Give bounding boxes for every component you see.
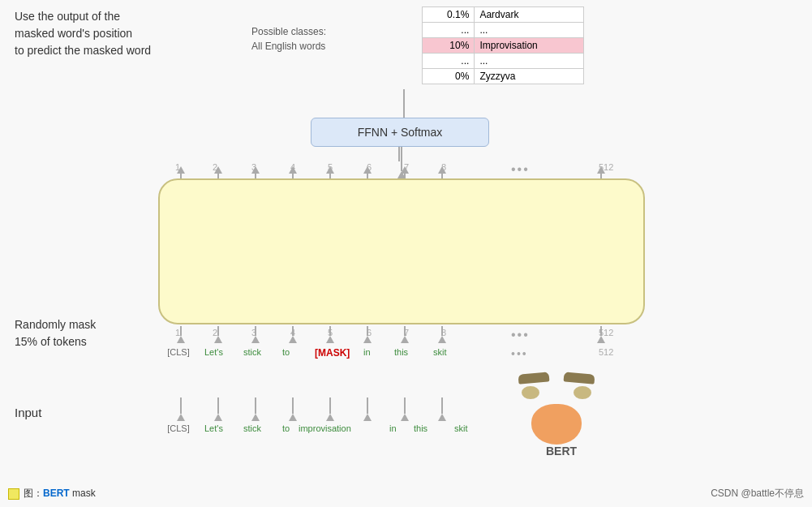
masked-token-to: to — [282, 347, 290, 357]
input-token-skit: skit — [454, 423, 468, 433]
masked-token-stick: stick — [243, 347, 261, 357]
bert-text-label: BERT — [546, 445, 577, 458]
masked-token-lets: Let's — [204, 347, 223, 357]
input-token-lets: Let's — [204, 423, 223, 433]
footer-label: 图：BERT mask — [24, 487, 96, 501]
diagram-container: Use the output of the masked word's posi… — [0, 0, 812, 507]
input-token-stick: stick — [243, 423, 261, 433]
masked-token-512: 512 — [599, 347, 613, 357]
arrow-col-7-below — [401, 326, 409, 343]
num-below-dots: ••• — [511, 328, 530, 342]
arrow-col-8-below — [438, 326, 446, 343]
footer: 图：BERT mask — [8, 487, 96, 501]
masked-token-in: in — [363, 347, 371, 357]
masked-token-dots: ••• — [511, 347, 528, 360]
input-token-cls: [CLS] — [165, 423, 191, 433]
input-arrow-5 — [326, 397, 334, 421]
footer-right: CSDN @battle不停息 — [711, 487, 804, 501]
arrow-col-6-below — [363, 326, 372, 343]
ffnn-box: FFNN + Softmax — [311, 118, 489, 147]
input-arrow-2 — [214, 397, 222, 421]
output-row-3: ... ... — [423, 54, 584, 69]
output-row-0: 0.1% Aardvark — [423, 7, 584, 23]
input-arrow-7 — [401, 397, 409, 421]
annotation-top: Use the output of the masked word's posi… — [15, 8, 169, 59]
output-row-4: 0% Zyzzyva — [423, 69, 584, 84]
masked-token-skit: skit — [433, 347, 447, 357]
masked-token-this: this — [394, 347, 408, 357]
input-arrow-3 — [251, 397, 260, 421]
output-row-1: ... ... — [423, 23, 584, 38]
arrow-col-4-below — [289, 326, 297, 343]
arrow-col-1-below — [177, 326, 185, 343]
input-arrow-4 — [289, 397, 297, 421]
input-token-to: to — [282, 423, 290, 433]
output-row-highlighted: 10% Improvisation — [423, 38, 584, 54]
arrow-col-5-below — [326, 326, 334, 343]
input-arrow-6 — [363, 397, 372, 421]
input-token-this: this — [414, 423, 427, 433]
bert-face: BERT — [509, 367, 606, 472]
num-above-dots: ••• — [511, 162, 530, 177]
arrow-col-2-below — [214, 326, 222, 343]
eye-right — [574, 386, 591, 399]
input-token-improvisation: improvisation — [299, 423, 351, 433]
footer-icon — [8, 488, 19, 500]
input-arrow-8 — [438, 397, 446, 421]
eyebrow-right — [564, 372, 595, 384]
output-table: 0.1% Aardvark ... ... 10% Improvisation … — [422, 6, 600, 84]
eyebrow-left — [518, 372, 550, 384]
masked-token-cls: [CLS] — [165, 347, 191, 357]
arrow-col-512-below — [597, 326, 605, 343]
bert-block: BERT — [158, 178, 645, 324]
input-arrow-1 — [177, 397, 185, 421]
annotation-input: Input — [15, 406, 41, 419]
nose — [531, 404, 582, 445]
masked-token-mask: [MASK] — [315, 347, 350, 359]
arrow-above-5 — [398, 147, 400, 161]
input-token-in: in — [389, 423, 397, 433]
possible-classes-label: Possible classes: All English words — [251, 24, 326, 54]
annotation-randomly: Randomly mask15% of tokens — [15, 316, 144, 350]
eye-left — [522, 386, 539, 399]
arrow-col-3-below — [251, 326, 260, 343]
